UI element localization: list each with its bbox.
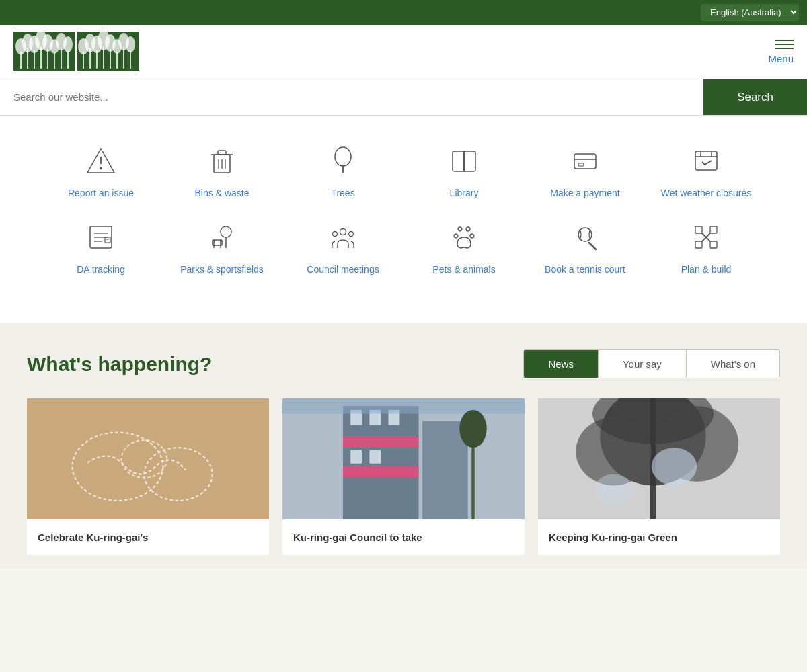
search-bar: Search	[0, 79, 807, 116]
quick-links-row-2: DA tracking Parks & sportsfields Council…	[40, 219, 767, 276]
payment-label: Make a payment	[550, 187, 620, 199]
menu-bar-1	[775, 40, 794, 41]
news-card-3-image	[538, 398, 780, 519]
quick-link-da-tracking[interactable]: DA tracking	[47, 219, 155, 276]
quick-link-parks[interactable]: Parks & sportsfields	[168, 219, 276, 276]
logo[interactable]	[13, 32, 141, 72]
svg-rect-8	[61, 48, 62, 69]
library-icon	[446, 142, 482, 179]
da-tracking-label: DA tracking	[77, 263, 125, 276]
header: Menu	[0, 25, 807, 79]
svg-rect-24	[123, 48, 124, 69]
news-card-1-title: Celebrate Ku-ring-gai's	[38, 530, 258, 544]
svg-rect-23	[116, 52, 118, 69]
news-card-2[interactable]: Ku-ring-gai Council to take	[282, 398, 525, 555]
news-card-2-body: Ku-ring-gai Council to take	[282, 519, 525, 555]
parks-icon	[204, 219, 240, 255]
quick-link-library[interactable]: Library	[410, 142, 518, 199]
tennis-label: Book a tennis court	[545, 263, 625, 276]
quick-links-section: Report an issue Bins & waste Trees Libra…	[0, 116, 807, 323]
svg-point-33	[126, 36, 135, 52]
report-issue-label: Report an issue	[68, 187, 134, 199]
quick-link-wet-weather[interactable]: Wet weather closures	[652, 142, 760, 199]
quick-link-tennis[interactable]: Book a tennis court	[531, 219, 639, 276]
svg-rect-78	[27, 398, 269, 519]
svg-rect-77	[710, 241, 717, 248]
news-cards-container: Celebrate Ku-ring-gai's	[27, 398, 780, 555]
svg-rect-7	[54, 52, 55, 69]
news-card-2-image	[282, 398, 525, 519]
trees-label: Trees	[331, 187, 354, 199]
svg-line-71	[589, 243, 596, 249]
svg-rect-22	[110, 49, 111, 69]
svg-point-17	[63, 36, 73, 52]
menu-bar-2	[775, 44, 794, 45]
tab-news[interactable]: News	[524, 350, 599, 378]
tab-your-say[interactable]: Your say	[599, 350, 687, 378]
plan-build-icon	[688, 219, 724, 255]
news-card-1-body: Celebrate Ku-ring-gai's	[27, 519, 269, 555]
svg-rect-85	[343, 437, 419, 448]
tab-whats-on[interactable]: What's on	[687, 350, 779, 378]
bins-waste-label: Bins & waste	[195, 187, 249, 199]
svg-point-43	[335, 147, 351, 166]
svg-rect-74	[695, 226, 702, 233]
svg-rect-93	[471, 437, 475, 520]
search-input[interactable]	[0, 79, 703, 115]
pets-label: Pets & animals	[432, 263, 495, 276]
happening-header: What's happening? News Your say What's o…	[27, 349, 780, 378]
news-card-3[interactable]: Keeping Ku-ring-gai Green	[538, 398, 780, 555]
bins-waste-icon	[204, 142, 240, 179]
quick-link-report-issue[interactable]: Report an issue	[47, 142, 155, 199]
svg-rect-6	[47, 49, 48, 69]
svg-point-68	[454, 234, 458, 238]
svg-rect-91	[369, 450, 381, 464]
pets-icon	[446, 219, 482, 255]
tennis-icon	[567, 219, 603, 255]
news-card-2-title: Ku-ring-gai Council to take	[293, 530, 514, 544]
svg-rect-48	[695, 151, 717, 170]
menu-label: Menu	[768, 53, 794, 65]
svg-rect-9	[67, 50, 69, 69]
council-meetings-icon	[325, 219, 361, 255]
quick-link-pets[interactable]: Pets & animals	[410, 219, 518, 276]
svg-point-36	[100, 167, 102, 169]
svg-point-64	[333, 232, 338, 237]
quick-link-trees[interactable]: Trees	[289, 142, 397, 199]
svg-rect-46	[574, 154, 596, 169]
svg-point-58	[221, 226, 231, 237]
news-card-3-body: Keeping Ku-ring-gai Green	[538, 519, 780, 555]
trees-icon	[325, 142, 361, 179]
parks-label: Parks & sportsfields	[180, 263, 264, 276]
library-label: Library	[450, 187, 479, 199]
tab-group: News Your say What's on	[523, 349, 780, 378]
svg-rect-75	[710, 226, 717, 233]
svg-rect-39	[218, 151, 226, 155]
quick-link-bins-waste[interactable]: Bins & waste	[168, 142, 276, 199]
quick-link-council-meetings[interactable]: Council meetings	[289, 219, 397, 276]
news-card-1[interactable]: Celebrate Ku-ring-gai's	[27, 398, 269, 555]
svg-rect-25	[130, 50, 131, 69]
menu-button[interactable]: Menu	[768, 40, 794, 65]
svg-rect-56	[105, 237, 110, 243]
language-selector[interactable]: English (Australia)	[701, 4, 799, 21]
svg-point-94	[459, 410, 487, 448]
svg-point-65	[349, 232, 354, 237]
svg-point-101	[652, 448, 697, 486]
report-issue-icon	[83, 142, 119, 179]
council-meetings-label: Council meetings	[307, 263, 379, 276]
quick-link-payment[interactable]: Make a payment	[531, 142, 639, 199]
menu-bar-3	[775, 48, 794, 49]
quick-links-row-1: Report an issue Bins & waste Trees Libra…	[40, 142, 767, 199]
wet-weather-icon	[688, 142, 724, 179]
da-tracking-icon	[83, 219, 119, 255]
search-button[interactable]: Search	[703, 79, 807, 115]
news-card-1-image	[27, 398, 269, 519]
svg-rect-76	[695, 241, 702, 248]
svg-point-63	[340, 229, 346, 235]
svg-rect-4	[34, 50, 35, 69]
payment-icon	[567, 142, 603, 179]
quick-link-plan-build[interactable]: Plan & build	[652, 219, 760, 276]
language-bar: English (Australia)	[0, 0, 807, 25]
whats-happening-section: What's happening? News Your say What's o…	[0, 323, 807, 569]
